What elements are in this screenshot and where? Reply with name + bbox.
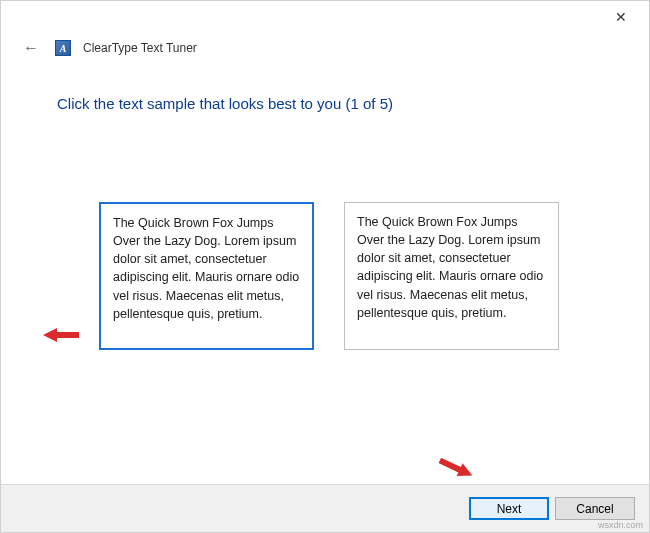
watermark: wsxdn.com: [598, 520, 643, 530]
close-icon: ✕: [615, 9, 627, 25]
close-button[interactable]: ✕: [601, 3, 641, 31]
page-heading: Click the text sample that looks best to…: [57, 95, 593, 112]
footer-bar: Next Cancel: [1, 484, 649, 532]
sample-row: The Quick Brown Fox Jumps Over the Lazy …: [57, 202, 593, 350]
app-icon: A: [55, 40, 71, 56]
cancel-button[interactable]: Cancel: [555, 497, 635, 520]
titlebar: ✕: [1, 1, 649, 33]
text-sample-2[interactable]: The Quick Brown Fox Jumps Over the Lazy …: [344, 202, 559, 350]
svg-marker-1: [437, 454, 476, 482]
annotation-arrow-icon: [436, 452, 476, 484]
header-row: ← A ClearType Text Tuner: [1, 33, 649, 59]
back-button[interactable]: ←: [19, 37, 43, 59]
next-button[interactable]: Next: [469, 497, 549, 520]
back-icon: ←: [23, 39, 39, 56]
window-title: ClearType Text Tuner: [83, 41, 197, 55]
main-content: Click the text sample that looks best to…: [1, 59, 649, 350]
text-sample-1[interactable]: The Quick Brown Fox Jumps Over the Lazy …: [99, 202, 314, 350]
